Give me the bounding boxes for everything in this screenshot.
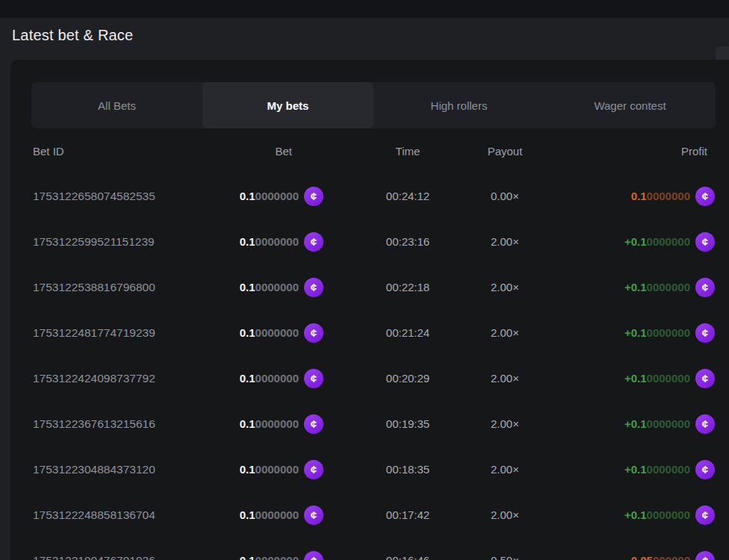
bet-payout: 2.00× bbox=[456, 235, 553, 248]
cent-coin-icon: ¢ bbox=[695, 551, 715, 560]
cent-coin-icon: ¢ bbox=[304, 505, 323, 525]
bet-payout: 0.00× bbox=[456, 190, 553, 202]
bet-profit: 0.10000000 ¢ bbox=[553, 187, 715, 206]
header-profit: Profit bbox=[553, 145, 715, 158]
cent-coin-icon: ¢ bbox=[695, 323, 715, 343]
bet-payout: 2.00× bbox=[456, 372, 553, 385]
cent-coin-icon: ¢ bbox=[304, 232, 323, 252]
cent-coin-icon: ¢ bbox=[695, 505, 715, 525]
bet-profit: +0.10000000 ¢ bbox=[553, 460, 715, 479]
table-row[interactable]: 1753122248858136704 0.10000000 ¢ 00:17:4… bbox=[10, 492, 729, 538]
bet-id: 1753122538816796800 bbox=[33, 281, 224, 294]
cent-coin-icon: ¢ bbox=[695, 369, 715, 388]
cent-coin-icon: ¢ bbox=[304, 414, 323, 434]
header-time: Time bbox=[359, 145, 456, 158]
bet-time: 00:18:35 bbox=[359, 463, 456, 476]
header-bet: Bet bbox=[224, 145, 323, 158]
cent-coin-icon: ¢ bbox=[304, 278, 323, 297]
bet-payout: 2.00× bbox=[456, 508, 553, 521]
bet-time: 00:23:16 bbox=[359, 235, 456, 248]
bet-amount: 0.10000000 ¢ bbox=[224, 187, 323, 206]
bet-amount: 0.10000000 ¢ bbox=[224, 232, 323, 252]
cent-coin-icon: ¢ bbox=[304, 323, 323, 343]
table-row[interactable]: 1753122367613215616 0.10000000 ¢ 00:19:3… bbox=[10, 401, 729, 447]
table-row[interactable]: 1753122481774719239 0.10000000 ¢ 00:21:2… bbox=[10, 310, 729, 355]
bet-id: 1753122424098737792 bbox=[33, 372, 224, 385]
bet-amount: 0.10000000 ¢ bbox=[224, 551, 323, 560]
bet-id: 1753122481774719239 bbox=[33, 326, 224, 340]
table-row[interactable]: 1753122424098737792 0.10000000 ¢ 00:20:2… bbox=[10, 355, 729, 401]
bet-time: 00:16:46 bbox=[359, 554, 456, 560]
bet-payout: 2.00× bbox=[456, 281, 553, 293]
bet-time: 00:17:42 bbox=[359, 508, 456, 521]
table-row[interactable]: 1753122658074582535 0.10000000 ¢ 00:24:1… bbox=[10, 173, 729, 219]
bet-id: 1753122599521151239 bbox=[33, 235, 224, 249]
bet-amount: 0.10000000 ¢ bbox=[224, 460, 323, 479]
cent-coin-icon: ¢ bbox=[304, 369, 323, 388]
bet-amount: 0.10000000 ¢ bbox=[224, 323, 323, 343]
bet-payout: 2.00× bbox=[456, 463, 553, 476]
cent-coin-icon: ¢ bbox=[695, 232, 715, 252]
bets-table: Bet ID Bet Time Payout Profit 1753122658… bbox=[10, 128, 729, 560]
table-row[interactable]: 1753122190476791936 0.10000000 ¢ 00:16:4… bbox=[10, 538, 729, 560]
bet-id: 1753122658074582535 bbox=[33, 190, 224, 203]
bet-time: 00:19:35 bbox=[359, 417, 456, 430]
cent-coin-icon: ¢ bbox=[304, 187, 323, 206]
bet-profit: +0.10000000 ¢ bbox=[553, 505, 715, 525]
page-title: Latest bet & Race bbox=[12, 27, 133, 44]
bet-profit: +0.10000000 ¢ bbox=[553, 414, 715, 434]
bet-payout: 0.50× bbox=[456, 554, 553, 560]
bet-profit: +0.10000000 ¢ bbox=[553, 369, 715, 388]
bet-id: 1753122190476791936 bbox=[33, 554, 224, 560]
bet-profit: +0.10000000 ¢ bbox=[553, 232, 715, 252]
bet-time: 00:21:24 bbox=[359, 326, 456, 339]
bet-profit: 0.05000000 ¢ bbox=[553, 551, 715, 560]
table-row[interactable]: 1753122304884373120 0.10000000 ¢ 00:18:3… bbox=[10, 447, 729, 492]
bet-amount: 0.10000000 ¢ bbox=[224, 505, 323, 525]
cent-coin-icon: ¢ bbox=[695, 460, 715, 479]
bet-payout: 2.00× bbox=[456, 326, 553, 339]
tab-all-bets[interactable]: All Bets bbox=[31, 82, 202, 128]
cent-coin-icon: ¢ bbox=[695, 278, 715, 297]
table-body: 1753122658074582535 0.10000000 ¢ 00:24:1… bbox=[10, 173, 729, 560]
bet-payout: 2.00× bbox=[456, 417, 553, 430]
latest-bets-panel: All Bets My bets High rollers Wager cont… bbox=[10, 60, 729, 560]
table-row[interactable]: 1753122599521151239 0.10000000 ¢ 00:23:1… bbox=[10, 219, 729, 264]
bet-id: 1753122304884373120 bbox=[33, 463, 224, 476]
tab-my-bets[interactable]: My bets bbox=[202, 82, 373, 128]
header-bet-id: Bet ID bbox=[33, 145, 224, 158]
table-header-row: Bet ID Bet Time Payout Profit bbox=[10, 128, 729, 173]
top-strip bbox=[0, 0, 729, 18]
tab-high-rollers[interactable]: High rollers bbox=[373, 82, 545, 128]
bets-tabbar: All Bets My bets High rollers Wager cont… bbox=[31, 82, 716, 128]
bet-time: 00:20:29 bbox=[359, 372, 456, 385]
bet-id: 1753122248858136704 bbox=[33, 508, 224, 522]
bet-profit: +0.10000000 ¢ bbox=[553, 278, 715, 297]
cent-coin-icon: ¢ bbox=[304, 551, 323, 560]
bet-time: 00:24:12 bbox=[359, 190, 456, 202]
cent-coin-icon: ¢ bbox=[304, 460, 323, 479]
bet-id: 1753122367613215616 bbox=[33, 417, 224, 431]
header-payout: Payout bbox=[456, 145, 553, 158]
cent-coin-icon: ¢ bbox=[695, 414, 715, 434]
tab-wager-contest[interactable]: Wager contest bbox=[545, 82, 716, 128]
bet-profit: +0.10000000 ¢ bbox=[553, 323, 715, 343]
bet-amount: 0.10000000 ¢ bbox=[224, 369, 323, 388]
bet-amount: 0.10000000 ¢ bbox=[224, 414, 323, 434]
bet-time: 00:22:18 bbox=[359, 281, 456, 293]
bet-amount: 0.10000000 ¢ bbox=[224, 278, 323, 297]
cent-coin-icon: ¢ bbox=[695, 187, 715, 206]
table-row[interactable]: 1753122538816796800 0.10000000 ¢ 00:22:1… bbox=[10, 264, 729, 310]
